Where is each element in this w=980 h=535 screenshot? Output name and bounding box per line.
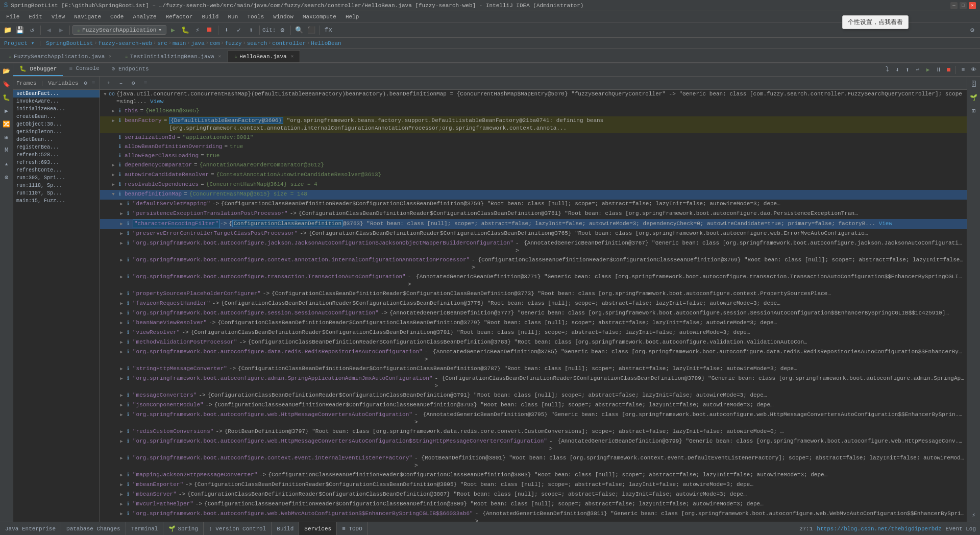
favorites-icon[interactable]: ★	[1, 158, 13, 170]
call-stack-item-4[interactable]: getObject:30...	[13, 120, 100, 128]
var-expander-34[interactable]: ▶	[118, 491, 125, 499]
var-expander-13[interactable]: ▶	[118, 230, 125, 238]
var-row-36[interactable]: ▶ ℹ "org.springframework.boot.autoconfig…	[100, 509, 967, 522]
call-stack-item-0[interactable]: setBeanFact...	[13, 90, 100, 98]
tab-close-1[interactable]: ✕	[109, 54, 111, 59]
toolbar-settings-btn[interactable]: ⚙	[967, 25, 978, 36]
menu-maxcompute[interactable]: MaxCompute	[299, 13, 340, 21]
var-expander-20[interactable]: ▶	[118, 320, 125, 327]
maven-icon[interactable]: M	[1, 144, 13, 157]
menu-window[interactable]: Window	[269, 13, 298, 21]
menu-help[interactable]: Help	[341, 13, 363, 21]
breadcrumb-springbootlist[interactable]: SpringBootList	[46, 40, 93, 46]
var-row-1[interactable]: ▶ ℹ this = {HelloBean@3605}	[100, 107, 967, 116]
git-icon[interactable]: 🔀	[1, 118, 13, 130]
toolbar-terminal-btn[interactable]: ⬛	[306, 25, 317, 36]
call-stack-item-5[interactable]: getSingleton...	[13, 128, 100, 136]
toolbar-save-btn[interactable]: 💾	[14, 25, 26, 36]
var-expander-6[interactable]: ▶	[110, 162, 116, 169]
breadcrumb-com[interactable]: com	[210, 40, 220, 46]
var-row-18[interactable]: ▶ ℹ "faviconRequestHandler" -> {Configur…	[100, 299, 967, 309]
call-stack-item-2[interactable]: initializeBea...	[13, 105, 100, 113]
frames-settings[interactable]: ⚙	[83, 79, 89, 88]
debug-step-over[interactable]: ⤵	[883, 65, 892, 75]
breadcrumb-search[interactable]: search	[247, 40, 267, 46]
toolbar-profile-btn[interactable]: ⚡	[192, 25, 203, 36]
var-expander-28[interactable]: ▶	[118, 411, 125, 419]
var-row-25[interactable]: ▶ ℹ "org.springframework.boot.autoconfig…	[100, 374, 967, 391]
project-icon[interactable]: 📂	[1, 65, 13, 77]
maximize-button[interactable]: □	[960, 2, 967, 9]
debug-step-into[interactable]: ⬇	[893, 65, 902, 75]
toolbar-run-btn[interactable]: ▶	[167, 25, 179, 36]
event-log-link[interactable]: Event Log	[946, 526, 976, 532]
var-row-6[interactable]: ▶ ℹ dependencyComparator = {AnnotationAw…	[100, 161, 967, 171]
var-row-2[interactable]: ▶ ℹ beanFactory = {DefaultListableBeanFa…	[100, 116, 967, 133]
var-expander-36[interactable]: ▶	[118, 510, 125, 518]
var-expander-7[interactable]: ▶	[110, 172, 116, 179]
var-expander-30[interactable]: ▶	[118, 438, 125, 446]
var-expander-11[interactable]: ▶	[118, 210, 125, 218]
debug-stop[interactable]: ⏹	[944, 65, 953, 75]
var-row-13[interactable]: ▶ ℹ "preserveErrorControllerTargetClassP…	[100, 229, 967, 239]
breadcrumb-src[interactable]: src	[157, 40, 167, 46]
var-row-3[interactable]: ℹ serializationId = "applicationdev:8081…	[100, 133, 967, 142]
var-expander-25[interactable]: ▶	[118, 375, 125, 383]
toolbar-git-push-btn[interactable]: ⬆	[246, 25, 257, 36]
tab-test-initializing[interactable]: ☕ TestInitializingBean.java ✕	[118, 50, 228, 62]
bottom-tab-version-control[interactable]: ↕ Version Control	[204, 522, 272, 535]
toolbar-back-btn[interactable]: ◀	[43, 25, 55, 36]
var-row-23[interactable]: ▶ ℹ "org.springframework.boot.autoconfig…	[100, 348, 967, 364]
var-row-28[interactable]: ▶ ℹ "org.springframework.boot.autoconfig…	[100, 410, 967, 427]
var-row-21[interactable]: ▶ ℹ "viewResolver" -> {ConfigurationClas…	[100, 328, 967, 338]
call-stack-item-3[interactable]: createBean...	[13, 113, 100, 120]
var-row-26[interactable]: ▶ ℹ "messageConverters" -> {Configuratio…	[100, 391, 967, 401]
var-row-14[interactable]: ▶ ℹ "org.springframework.boot.autoconfig…	[100, 239, 967, 256]
bottom-tab-build[interactable]: Build	[272, 522, 299, 535]
bottom-tab-spring[interactable]: 🌱 Spring	[163, 522, 204, 535]
var-expander-14[interactable]: ▶	[118, 240, 125, 248]
call-stack-item-6[interactable]: doGetBean...	[13, 136, 100, 143]
settings-icon-left[interactable]: ⚙	[1, 171, 13, 183]
structure-icon[interactable]: ⊞	[1, 131, 13, 143]
var-expander-29[interactable]: ▶	[118, 428, 125, 436]
menu-edit[interactable]: Edit	[24, 13, 46, 21]
vars-filter-btn[interactable]: ≡	[141, 79, 150, 88]
var-row-8[interactable]: ▶ ℹ resolvableDependencies = {Concurrent…	[100, 180, 967, 190]
toolbar-open-btn[interactable]: 📁	[2, 25, 13, 36]
menu-tools[interactable]: Tools	[243, 13, 268, 21]
toolbar-git-settings-btn[interactable]: ⚙	[277, 25, 288, 36]
var-expander-22[interactable]: ▶	[118, 339, 125, 347]
debug-tab-endpoints[interactable]: ⊙ Endpoints	[106, 63, 155, 76]
var-row-16[interactable]: ▶ ℹ "org.springframework.boot.autoconfig…	[100, 273, 967, 289]
call-stack-item-9[interactable]: refresh:693...	[13, 159, 100, 166]
right-icon-bean[interactable]: 🌱	[968, 91, 980, 104]
breadcrumb-fuzzy[interactable]: fuzzy	[225, 40, 242, 46]
bottom-tab-terminal[interactable]: Terminal	[126, 522, 164, 535]
var-row-10[interactable]: ▶ ℹ "defaultServletMapping" -> {Configur…	[100, 200, 967, 209]
var-row-33[interactable]: ▶ ℹ "mbeanExporter" -> {ConfigurationCla…	[100, 480, 967, 490]
tab-fuzzy-search-application[interactable]: ☕ FuzzySearchApplication.java ✕	[2, 50, 118, 62]
var-row-34[interactable]: ▶ ℹ "mbeanServer" -> {ConfigurationClass…	[100, 490, 967, 500]
var-row-4[interactable]: ℹ allowBeanDefinitionOverriding = true	[100, 142, 967, 152]
right-icon-structure[interactable]: ⊞	[968, 105, 980, 117]
right-icon-layout[interactable]: ⚡	[968, 509, 980, 521]
menu-refactor[interactable]: Refactor	[162, 13, 197, 21]
toolbar-debug-btn[interactable]: 🐛	[180, 25, 191, 36]
right-icon-db[interactable]: 🗄	[968, 78, 980, 90]
var-row-5[interactable]: ℹ allowEagerClassLoading = true	[100, 152, 967, 161]
debug-evaluate[interactable]: ≡	[959, 65, 968, 75]
breadcrumb-main[interactable]: main	[173, 40, 186, 46]
var-expander-35[interactable]: ▶	[118, 501, 125, 508]
var-expander-2[interactable]: ▶	[110, 117, 116, 125]
menu-navigate[interactable]: Navigate	[70, 13, 105, 21]
var-expander-31[interactable]: ▶	[118, 455, 125, 463]
bottom-tab-todo[interactable]: ≡ TODO	[337, 522, 368, 535]
var-expander-0[interactable]: ▼	[102, 91, 108, 99]
call-stack-item-8[interactable]: refresh:528...	[13, 151, 100, 159]
var-row-29[interactable]: ▶ ℹ "redisCustomConversions" -> {RootBea…	[100, 427, 967, 437]
var-row-15[interactable]: ▶ ℹ "org.springframework.boot.autoconfig…	[100, 256, 967, 273]
debug-run-cursor[interactable]: ↩	[913, 65, 922, 75]
bottom-tab-java-enterprise[interactable]: Java Enterprise	[0, 522, 61, 535]
call-stack-item-1[interactable]: invokeAware...	[13, 98, 100, 105]
